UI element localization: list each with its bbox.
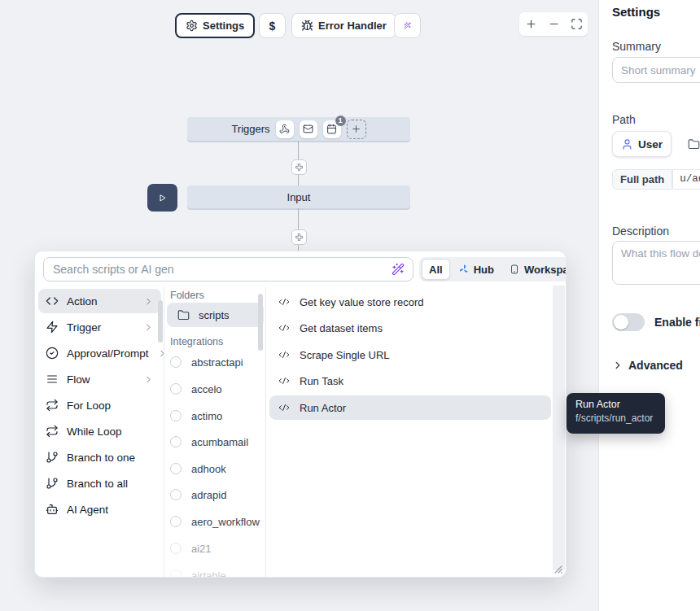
menu-item-for-loop[interactable]: For Loop bbox=[38, 393, 161, 417]
path-label: Path bbox=[612, 113, 636, 126]
menu-item-action[interactable]: Action bbox=[38, 289, 161, 313]
full-path-field: Full path u/admin bbox=[612, 169, 700, 190]
enable-toggle-label: Enable fi bbox=[654, 316, 700, 329]
script-item-label: Run Actor bbox=[300, 402, 346, 414]
advanced-section-toggle[interactable]: Advanced bbox=[612, 359, 683, 372]
filter-workspace-tab[interactable]: Workspace bbox=[502, 260, 567, 279]
folders-header: Folders bbox=[170, 290, 204, 301]
app-icon-placeholder bbox=[170, 463, 182, 474]
triggers-node[interactable]: Triggers 1 bbox=[187, 117, 410, 141]
script-item[interactable]: Run Task bbox=[269, 369, 551, 393]
script-item-selected[interactable]: Run Actor bbox=[269, 395, 551, 420]
menu-item-label: While Loop bbox=[67, 426, 122, 438]
ai-generate-icon[interactable] bbox=[392, 263, 405, 276]
integration-item[interactable]: aero_workflow bbox=[170, 509, 263, 534]
integrations-scrollbar[interactable] bbox=[258, 294, 263, 351]
column-divider bbox=[265, 287, 266, 577]
enable-toggle-switch[interactable] bbox=[612, 313, 645, 331]
calendar-icon bbox=[326, 124, 337, 134]
repeat-icon bbox=[46, 399, 59, 412]
integration-label: airtable bbox=[191, 570, 226, 578]
git-branch-icon bbox=[46, 477, 59, 490]
integration-item[interactable]: adhook bbox=[170, 456, 263, 481]
owner-user-tab[interactable]: User bbox=[612, 131, 672, 157]
input-node[interactable]: Input bbox=[187, 185, 410, 208]
menu-item-branch-to-all[interactable]: Branch to all bbox=[38, 471, 161, 495]
dollar-icon: $ bbox=[269, 20, 276, 33]
toggle-knob bbox=[614, 315, 628, 330]
summary-input[interactable] bbox=[612, 57, 700, 83]
filter-hub-tab[interactable]: Hub bbox=[452, 260, 501, 279]
menu-item-label: Action bbox=[67, 295, 98, 308]
chevron-right-icon bbox=[612, 360, 623, 371]
menu-item-trigger[interactable]: Trigger bbox=[38, 315, 161, 339]
integration-item[interactable]: abstractapi bbox=[170, 350, 263, 374]
insert-step-above-button[interactable] bbox=[291, 159, 307, 175]
integration-item[interactable]: airtable bbox=[170, 563, 263, 578]
menu-item-branch-to-one[interactable]: Branch to one bbox=[38, 445, 161, 469]
ai-wand-button[interactable] bbox=[394, 13, 421, 38]
owner-user-label: User bbox=[638, 138, 663, 151]
integration-label: acumbamail bbox=[191, 436, 248, 448]
filter-all-tab[interactable]: All bbox=[422, 259, 450, 280]
menu-scrollbar[interactable] bbox=[158, 300, 163, 343]
menu-item-label: Trigger bbox=[67, 321, 101, 334]
schedule-trigger-button[interactable]: 1 bbox=[323, 120, 341, 138]
script-item-label: Scrape Single URL bbox=[300, 349, 390, 361]
script-item[interactable]: Scrape Single URL bbox=[269, 343, 551, 367]
results-scrollbar-track[interactable] bbox=[553, 286, 565, 570]
script-item[interactable]: Get key value store record bbox=[269, 290, 551, 314]
add-trigger-button[interactable] bbox=[347, 120, 366, 139]
script-item-label: Get key value store record bbox=[300, 296, 423, 308]
error-handler-button[interactable]: Error Handler bbox=[291, 13, 396, 38]
menu-item-approval-prompt[interactable]: Approval/Prompt bbox=[38, 341, 161, 365]
folder-item-label: scripts bbox=[199, 309, 230, 321]
integration-label: accelo bbox=[191, 383, 222, 395]
folder-icon bbox=[177, 309, 190, 321]
app-icon-placeholder bbox=[170, 436, 182, 447]
integration-item[interactable]: actimo bbox=[170, 404, 263, 428]
folder-item-scripts[interactable]: scripts bbox=[167, 303, 264, 327]
menu-item-label: AI Agent bbox=[67, 504, 108, 516]
owner-folder-tab[interactable]: Folder bbox=[680, 132, 700, 156]
webhook-trigger-button[interactable] bbox=[276, 120, 294, 138]
cross-plus-icon bbox=[295, 233, 304, 242]
plus-icon bbox=[525, 18, 537, 30]
zoom-out-button[interactable] bbox=[545, 16, 562, 33]
windmill-hub-icon bbox=[458, 264, 470, 275]
filter-all-label: All bbox=[429, 264, 443, 276]
integration-label: adrapid bbox=[191, 489, 226, 501]
zoom-in-button[interactable] bbox=[523, 16, 539, 33]
settings-panel-title: Settings bbox=[612, 5, 660, 19]
integration-item[interactable]: acumbamail bbox=[170, 430, 263, 454]
summary-label: Summary bbox=[612, 40, 661, 53]
schedule-count-badge: 1 bbox=[335, 116, 346, 126]
integration-item[interactable]: adrapid bbox=[170, 482, 263, 507]
integrations-header: Integrations bbox=[170, 336, 223, 347]
code-icon bbox=[46, 295, 59, 308]
fit-view-button[interactable] bbox=[568, 16, 584, 33]
full-path-value[interactable]: u/admin bbox=[672, 169, 700, 190]
plus-icon bbox=[351, 124, 361, 134]
script-item[interactable]: Get dataset items bbox=[269, 316, 551, 340]
settings-button[interactable]: Settings bbox=[175, 13, 255, 38]
gear-icon bbox=[186, 20, 198, 32]
step-picker-modal: All Hub Workspace Action Trigger Approva… bbox=[34, 251, 567, 578]
email-trigger-button[interactable] bbox=[300, 120, 317, 138]
menu-item-ai-agent[interactable]: AI Agent bbox=[38, 497, 161, 522]
code-xml-icon bbox=[278, 322, 290, 334]
pricing-button[interactable]: $ bbox=[259, 13, 286, 38]
description-textarea[interactable] bbox=[612, 241, 700, 285]
search-input[interactable] bbox=[43, 257, 413, 281]
menu-item-label: Branch to one bbox=[67, 452, 135, 464]
menu-item-while-loop[interactable]: While Loop bbox=[38, 419, 161, 443]
integration-label: actimo bbox=[191, 410, 222, 422]
integration-item[interactable]: accelo bbox=[170, 377, 263, 401]
modal-resize-grip[interactable] bbox=[552, 563, 563, 574]
tooltip-path: f/scripts/run_actor bbox=[575, 412, 656, 424]
menu-item-flow[interactable]: Flow bbox=[38, 367, 161, 391]
integration-item[interactable]: ai21 bbox=[170, 536, 263, 561]
run-flow-button[interactable] bbox=[147, 184, 177, 212]
script-tooltip: Run Actor f/scripts/run_actor bbox=[567, 393, 665, 434]
insert-step-below-button[interactable] bbox=[291, 229, 307, 245]
